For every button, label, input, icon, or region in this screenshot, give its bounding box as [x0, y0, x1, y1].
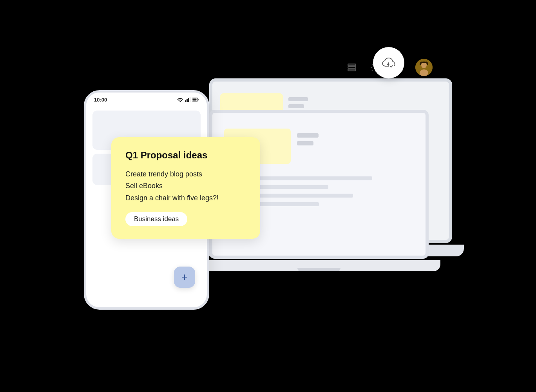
- phone-status-icons: [177, 97, 199, 102]
- note-item-2: Sell eBooks: [125, 180, 246, 192]
- top-navigation: [345, 59, 433, 76]
- note-card-float: Q1 Proposal ideas Create trendy blog pos…: [111, 137, 260, 239]
- signal-icon: [185, 97, 190, 102]
- note-title: Q1 Proposal ideas: [125, 150, 246, 161]
- wifi-icon: [177, 97, 183, 102]
- user-avatar[interactable]: [415, 59, 433, 76]
- list-view-icon[interactable]: [345, 60, 359, 74]
- svg-rect-17: [185, 100, 186, 102]
- fab-add-button[interactable]: +: [174, 267, 195, 288]
- note-item-3: Design a chair with five legs?!: [125, 192, 246, 204]
- svg-rect-19: [188, 98, 189, 102]
- svg-point-0: [389, 64, 394, 69]
- svg-rect-2: [348, 67, 356, 68]
- note-tag[interactable]: Business ideas: [125, 212, 187, 226]
- phone-time: 10:00: [94, 97, 107, 103]
- laptop-base-front: [197, 260, 440, 271]
- svg-rect-18: [187, 99, 188, 102]
- svg-rect-22: [193, 99, 197, 101]
- note-item-1: Create trendy blog posts: [125, 168, 246, 180]
- svg-rect-3: [348, 69, 356, 71]
- svg-rect-20: [190, 97, 190, 102]
- battery-icon: [192, 98, 199, 102]
- cloud-sync-button[interactable]: [373, 47, 404, 78]
- main-scene: 10:00: [72, 59, 464, 333]
- svg-rect-1: [348, 64, 356, 65]
- phone-status-bar: 10:00: [86, 93, 207, 107]
